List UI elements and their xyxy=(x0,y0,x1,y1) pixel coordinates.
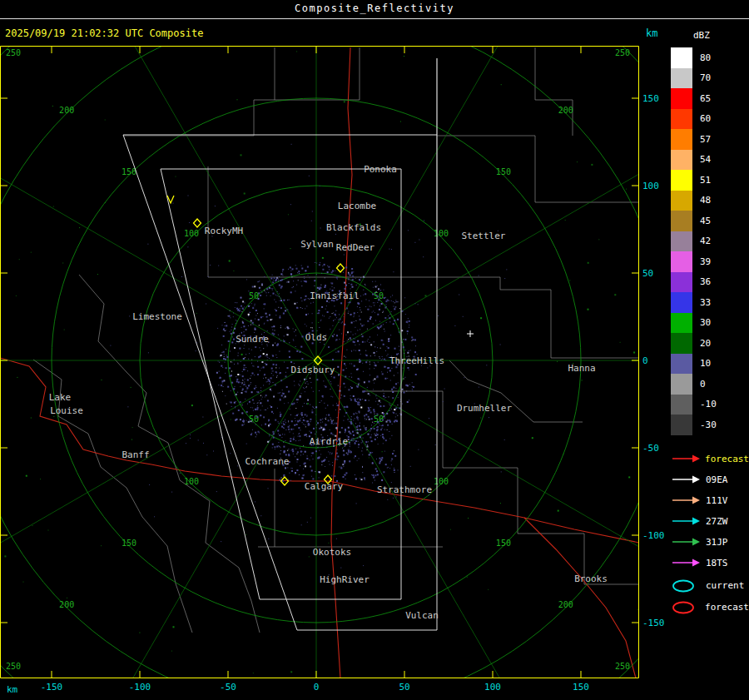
dbz-value: 65 xyxy=(700,93,711,104)
dbz-value: 39 xyxy=(700,256,711,267)
dbz-color-swatch xyxy=(671,333,692,354)
city-label: RockyMH xyxy=(205,226,243,236)
ring-distance-label: 50 xyxy=(249,415,259,424)
dbz-color-swatch xyxy=(671,109,692,130)
city-label: Okotoks xyxy=(313,547,351,558)
y-axis-label: -150 xyxy=(642,618,665,628)
radar-map: 5050505010010010010015015015015020020020… xyxy=(0,46,666,700)
highway-line xyxy=(524,518,636,678)
dbz-color-swatch xyxy=(671,88,692,109)
dbz-scale-row: 51 xyxy=(671,170,749,191)
ring-distance-label: 250 xyxy=(615,662,630,671)
dbz-scale-row: 48 xyxy=(671,191,749,211)
track-legend-row: 31JP xyxy=(671,532,749,553)
dbz-scale-row: -10 xyxy=(671,395,749,415)
city-label: Drumheller xyxy=(457,403,513,414)
dbz-color-swatch xyxy=(671,374,692,395)
city-label: Calgary xyxy=(305,481,344,492)
city-label: Stettler xyxy=(462,231,506,241)
city-label: Louise xyxy=(50,405,83,416)
city-label: Strathmore xyxy=(377,484,432,495)
track-arrow-icon xyxy=(671,474,701,485)
dbz-value: 0 xyxy=(700,379,706,390)
county-boundary xyxy=(208,166,437,277)
dbz-scale-row: 60 xyxy=(671,109,749,130)
dbz-value: 20 xyxy=(700,338,711,349)
city-label: HighRiver xyxy=(320,574,370,585)
dbz-color-swatch xyxy=(671,415,692,435)
dbz-value: -30 xyxy=(700,420,717,430)
y-axis-label: 100 xyxy=(642,181,659,191)
dbz-color-swatch xyxy=(671,395,692,415)
dbz-value: 51 xyxy=(700,175,711,186)
storm-ellipse-icon xyxy=(671,578,701,593)
track-legend-row: forecast xyxy=(671,449,749,469)
city-label: Lake xyxy=(49,392,72,403)
dbz-scale-row: -30 xyxy=(671,415,749,435)
track-legend-row: 111V xyxy=(671,490,749,511)
ring-distance-label: 100 xyxy=(434,229,449,238)
county-boundary xyxy=(123,47,275,136)
storm-track-legend: forecast09EA111V27ZW31JP18TS xyxy=(671,449,749,573)
track-label: 111V xyxy=(706,495,728,506)
map-layers: 5050505010010010010015015015015020020020… xyxy=(0,46,666,700)
dbz-value: 60 xyxy=(700,113,711,124)
dbz-value: 30 xyxy=(700,317,711,328)
x-axis-label: -150 xyxy=(41,682,63,693)
county-boundary xyxy=(535,47,573,136)
dbz-value: 33 xyxy=(700,297,711,308)
storm-ellipse-legend: currentforecast xyxy=(671,575,749,618)
track-label: 27ZW xyxy=(706,516,728,527)
dbz-color-swatch xyxy=(671,272,692,293)
y-axis-label: 0 xyxy=(642,355,648,366)
dbz-value: 10 xyxy=(700,358,711,369)
city-label: Innisfail xyxy=(310,290,360,301)
x-axis-label: -100 xyxy=(129,682,151,693)
radial-spoke xyxy=(0,360,316,610)
ellipse-label: forecast xyxy=(705,602,749,613)
x-axis-label: 0 xyxy=(314,682,320,693)
ellipse-legend-row: forecast xyxy=(671,597,749,618)
city-label: Olds xyxy=(305,332,328,343)
dbz-scale-row: 65 xyxy=(671,88,749,109)
city-label: Ponoka xyxy=(364,164,397,175)
station-diamond-marker xyxy=(337,264,345,272)
dbz-scale-row: 39 xyxy=(671,251,749,272)
county-boundary xyxy=(437,136,639,202)
dbz-scale-row: 0 xyxy=(671,374,749,395)
dbz-scale-row: 10 xyxy=(671,354,749,375)
track-arrow-icon xyxy=(671,557,701,568)
dbz-value: 80 xyxy=(700,52,711,63)
track-label: 31JP xyxy=(706,537,728,548)
y-axis-label: 50 xyxy=(642,268,653,279)
dbz-value: 36 xyxy=(700,276,711,287)
ring-distance-label: 150 xyxy=(496,167,511,176)
radial-spoke xyxy=(67,360,316,700)
ring-distance-label: 150 xyxy=(122,167,136,176)
dbz-color-swatch xyxy=(671,292,692,313)
dbz-value: 42 xyxy=(700,236,711,246)
city-label: Limestone xyxy=(132,311,182,322)
ring-distance-label: 200 xyxy=(558,106,573,115)
radar-coverage-outlines xyxy=(123,58,437,630)
dbz-color-swatch xyxy=(671,231,692,252)
ring-distance-label: 150 xyxy=(496,539,511,548)
city-label: Vulcan xyxy=(405,610,439,621)
dbz-color-swatch xyxy=(671,170,692,191)
ring-distance-label: 150 xyxy=(122,539,136,548)
track-arrow-icon xyxy=(671,536,701,548)
dbz-scale-row: 54 xyxy=(671,150,749,171)
city-label: Lacombe xyxy=(338,201,376,211)
track-label: forecast xyxy=(705,454,749,464)
dbz-value: 57 xyxy=(700,134,711,145)
dbz-value: 54 xyxy=(700,154,711,165)
ring-distance-label: 200 xyxy=(59,600,74,609)
ring-distance-label: 50 xyxy=(374,291,384,300)
plus-marker xyxy=(467,330,474,337)
track-legend-row: 09EA xyxy=(671,469,749,490)
dbz-legend: dBZ 807065605754514845423936333020100-10… xyxy=(671,30,749,618)
ellipse-label: current xyxy=(706,580,744,591)
radial-spoke xyxy=(316,360,566,700)
track-arrow-icon xyxy=(671,453,700,464)
dbz-scale-row: 57 xyxy=(671,129,749,150)
